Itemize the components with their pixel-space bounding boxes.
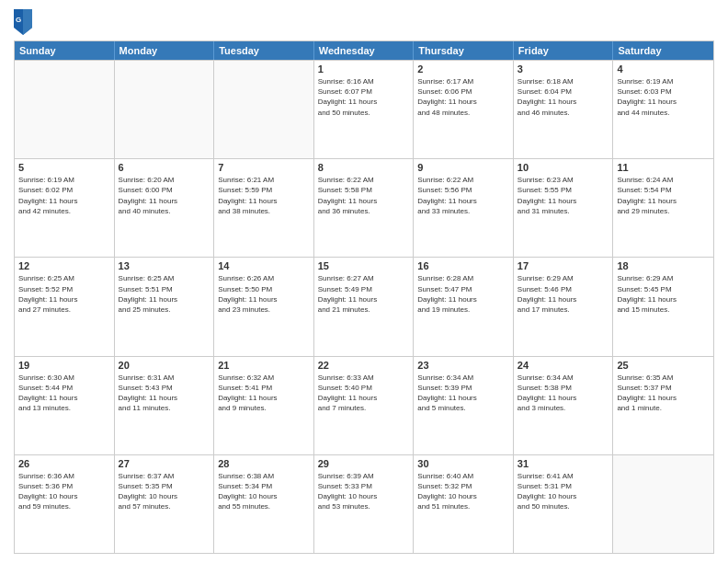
- day-number: 31: [518, 458, 609, 469]
- cal-empty: [214, 61, 314, 158]
- cal-header-thursday: Thursday: [414, 41, 514, 60]
- cal-day-12: 12Sunrise: 6:25 AM Sunset: 5:52 PM Dayli…: [15, 258, 115, 355]
- cal-day-5: 5Sunrise: 6:19 AM Sunset: 6:02 PM Daylig…: [15, 159, 115, 257]
- day-number: 13: [119, 260, 210, 271]
- cal-header-sunday: Sunday: [15, 41, 115, 60]
- calendar: SundayMondayTuesdayWednesdayThursdayFrid…: [14, 40, 714, 554]
- day-info: Sunrise: 6:41 AM Sunset: 5:31 PM Dayligh…: [518, 471, 609, 512]
- cal-day-31: 31Sunrise: 6:41 AM Sunset: 5:31 PM Dayli…: [514, 455, 614, 553]
- calendar-header: SundayMondayTuesdayWednesdayThursdayFrid…: [15, 41, 713, 60]
- day-number: 26: [18, 458, 110, 469]
- cal-empty: [15, 61, 115, 158]
- day-info: Sunrise: 6:22 AM Sunset: 5:56 PM Dayligh…: [417, 175, 509, 216]
- cal-day-10: 10Sunrise: 6:23 AM Sunset: 5:55 PM Dayli…: [514, 159, 614, 257]
- day-number: 27: [119, 458, 210, 469]
- day-number: 2: [417, 63, 509, 75]
- day-info: Sunrise: 6:19 AM Sunset: 6:03 PM Dayligh…: [617, 76, 710, 118]
- cal-day-22: 22Sunrise: 6:33 AM Sunset: 5:40 PM Dayli…: [314, 357, 415, 454]
- day-number: 22: [318, 360, 410, 371]
- cal-week-3: 12Sunrise: 6:25 AM Sunset: 5:52 PM Dayli…: [15, 257, 713, 355]
- cal-day-7: 7Sunrise: 6:21 AM Sunset: 5:59 PM Daylig…: [214, 159, 314, 257]
- cal-header-friday: Friday: [514, 41, 614, 60]
- day-number: 25: [617, 360, 710, 371]
- day-number: 21: [218, 360, 310, 371]
- day-info: Sunrise: 6:35 AM Sunset: 5:37 PM Dayligh…: [617, 373, 710, 414]
- cal-header-wednesday: Wednesday: [314, 41, 415, 60]
- cal-day-26: 26Sunrise: 6:36 AM Sunset: 5:36 PM Dayli…: [15, 455, 115, 553]
- logo: G: [14, 9, 35, 35]
- page: G SundayMondayTuesdayWednesdayThursdayFr…: [0, 0, 728, 563]
- day-info: Sunrise: 6:25 AM Sunset: 5:52 PM Dayligh…: [18, 273, 110, 315]
- cal-empty: [115, 61, 215, 158]
- cal-week-5: 26Sunrise: 6:36 AM Sunset: 5:36 PM Dayli…: [15, 454, 713, 553]
- day-info: Sunrise: 6:22 AM Sunset: 5:58 PM Dayligh…: [318, 175, 410, 216]
- cal-day-29: 29Sunrise: 6:39 AM Sunset: 5:33 PM Dayli…: [314, 455, 415, 553]
- day-info: Sunrise: 6:21 AM Sunset: 5:59 PM Dayligh…: [218, 175, 310, 216]
- cal-day-14: 14Sunrise: 6:26 AM Sunset: 5:50 PM Dayli…: [214, 258, 314, 355]
- day-info: Sunrise: 6:25 AM Sunset: 5:51 PM Dayligh…: [119, 273, 210, 315]
- day-number: 19: [18, 360, 110, 371]
- day-info: Sunrise: 6:31 AM Sunset: 5:43 PM Dayligh…: [119, 373, 210, 414]
- logo-icon: G: [14, 9, 32, 35]
- cal-day-16: 16Sunrise: 6:28 AM Sunset: 5:47 PM Dayli…: [414, 258, 514, 355]
- day-number: 23: [417, 360, 509, 371]
- day-info: Sunrise: 6:23 AM Sunset: 5:55 PM Dayligh…: [518, 175, 609, 216]
- day-number: 16: [417, 260, 509, 271]
- cal-day-28: 28Sunrise: 6:38 AM Sunset: 5:34 PM Dayli…: [214, 455, 314, 553]
- cal-day-25: 25Sunrise: 6:35 AM Sunset: 5:37 PM Dayli…: [613, 357, 713, 454]
- day-number: 20: [119, 360, 210, 371]
- day-info: Sunrise: 6:37 AM Sunset: 5:35 PM Dayligh…: [119, 471, 210, 512]
- day-number: 7: [218, 162, 310, 173]
- cal-day-30: 30Sunrise: 6:40 AM Sunset: 5:32 PM Dayli…: [414, 455, 514, 553]
- day-number: 29: [318, 458, 410, 469]
- day-number: 5: [18, 162, 110, 173]
- cal-week-4: 19Sunrise: 6:30 AM Sunset: 5:44 PM Dayli…: [15, 356, 713, 454]
- day-number: 11: [617, 162, 710, 173]
- day-info: Sunrise: 6:33 AM Sunset: 5:40 PM Dayligh…: [318, 373, 410, 414]
- day-number: 17: [518, 260, 609, 271]
- day-info: Sunrise: 6:27 AM Sunset: 5:49 PM Dayligh…: [318, 273, 410, 315]
- cal-day-4: 4Sunrise: 6:19 AM Sunset: 6:03 PM Daylig…: [613, 61, 713, 158]
- cal-day-20: 20Sunrise: 6:31 AM Sunset: 5:43 PM Dayli…: [115, 357, 215, 454]
- cal-day-9: 9Sunrise: 6:22 AM Sunset: 5:56 PM Daylig…: [414, 159, 514, 257]
- day-number: 4: [617, 63, 710, 75]
- cal-day-8: 8Sunrise: 6:22 AM Sunset: 5:58 PM Daylig…: [314, 159, 415, 257]
- day-info: Sunrise: 6:32 AM Sunset: 5:41 PM Dayligh…: [218, 373, 310, 414]
- day-info: Sunrise: 6:28 AM Sunset: 5:47 PM Dayligh…: [417, 273, 509, 315]
- day-number: 24: [518, 360, 609, 371]
- cal-day-6: 6Sunrise: 6:20 AM Sunset: 6:00 PM Daylig…: [115, 159, 215, 257]
- cal-header-monday: Monday: [115, 41, 215, 60]
- day-info: Sunrise: 6:29 AM Sunset: 5:46 PM Dayligh…: [518, 273, 609, 315]
- day-info: Sunrise: 6:36 AM Sunset: 5:36 PM Dayligh…: [18, 471, 110, 512]
- cal-day-13: 13Sunrise: 6:25 AM Sunset: 5:51 PM Dayli…: [115, 258, 215, 355]
- day-info: Sunrise: 6:19 AM Sunset: 6:02 PM Dayligh…: [18, 175, 110, 216]
- cal-day-17: 17Sunrise: 6:29 AM Sunset: 5:46 PM Dayli…: [514, 258, 614, 355]
- day-number: 1: [318, 63, 410, 75]
- day-info: Sunrise: 6:34 AM Sunset: 5:38 PM Dayligh…: [518, 373, 609, 414]
- svg-text:G: G: [16, 16, 21, 24]
- day-number: 3: [518, 63, 609, 75]
- day-number: 10: [518, 162, 609, 173]
- day-info: Sunrise: 6:30 AM Sunset: 5:44 PM Dayligh…: [18, 373, 110, 414]
- day-info: Sunrise: 6:20 AM Sunset: 6:00 PM Dayligh…: [119, 175, 210, 216]
- cal-day-23: 23Sunrise: 6:34 AM Sunset: 5:39 PM Dayli…: [414, 357, 514, 454]
- day-info: Sunrise: 6:17 AM Sunset: 6:06 PM Dayligh…: [417, 76, 509, 118]
- day-info: Sunrise: 6:24 AM Sunset: 5:54 PM Dayligh…: [617, 175, 710, 216]
- day-info: Sunrise: 6:34 AM Sunset: 5:39 PM Dayligh…: [417, 373, 509, 414]
- day-number: 9: [417, 162, 509, 173]
- day-info: Sunrise: 6:18 AM Sunset: 6:04 PM Dayligh…: [518, 76, 609, 118]
- cal-header-tuesday: Tuesday: [214, 41, 314, 60]
- cal-empty: [613, 455, 713, 553]
- day-number: 12: [18, 260, 110, 271]
- cal-day-27: 27Sunrise: 6:37 AM Sunset: 5:35 PM Dayli…: [115, 455, 215, 553]
- svg-marker-1: [23, 9, 32, 35]
- day-info: Sunrise: 6:38 AM Sunset: 5:34 PM Dayligh…: [218, 471, 310, 512]
- cal-day-18: 18Sunrise: 6:29 AM Sunset: 5:45 PM Dayli…: [613, 258, 713, 355]
- cal-day-1: 1Sunrise: 6:16 AM Sunset: 6:07 PM Daylig…: [314, 61, 415, 158]
- day-number: 30: [417, 458, 509, 469]
- day-info: Sunrise: 6:40 AM Sunset: 5:32 PM Dayligh…: [417, 471, 509, 512]
- cal-day-15: 15Sunrise: 6:27 AM Sunset: 5:49 PM Dayli…: [314, 258, 415, 355]
- day-info: Sunrise: 6:39 AM Sunset: 5:33 PM Dayligh…: [318, 471, 410, 512]
- cal-week-1: 1Sunrise: 6:16 AM Sunset: 6:07 PM Daylig…: [15, 60, 713, 158]
- day-number: 18: [617, 260, 710, 271]
